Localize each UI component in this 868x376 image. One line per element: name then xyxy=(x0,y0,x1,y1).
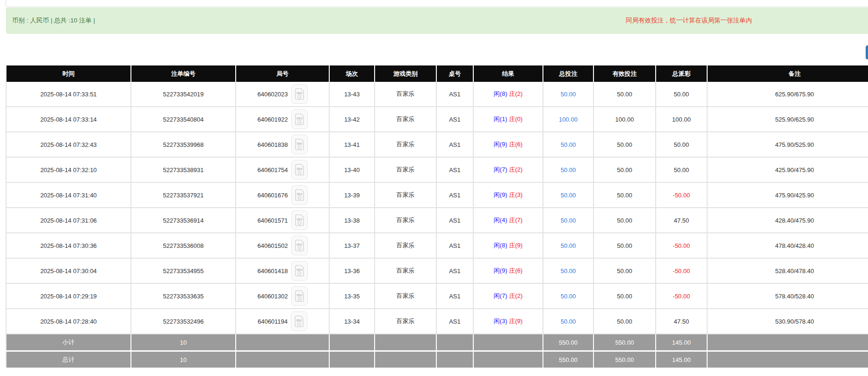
cell-game-type: 百家乐 xyxy=(375,233,436,258)
cell-payout: 50.00 xyxy=(656,132,707,157)
summary-total-bet: 550.00 xyxy=(543,351,593,369)
round-number-text: 640601302 xyxy=(257,293,288,300)
cell-bet-number: 522733536008 xyxy=(131,233,236,258)
video-replay-button[interactable] xyxy=(291,261,308,281)
summary-empty-cell xyxy=(707,334,868,351)
action-button-cutoff[interactable] xyxy=(866,45,868,59)
summary-empty-cell xyxy=(375,351,436,369)
header-result: 结果 xyxy=(473,65,543,82)
cell-round-number: 640601676 xyxy=(236,182,329,208)
video-replay-button[interactable] xyxy=(291,185,308,205)
cell-payout: 47.50 xyxy=(656,309,707,334)
table-row: 2025-08-14 07:32:10 522733538931 6406017… xyxy=(6,157,868,182)
video-replay-icon xyxy=(295,189,304,201)
header-game-type: 游戏类别 xyxy=(375,65,436,82)
video-replay-button[interactable] xyxy=(291,135,308,154)
total-bet-link[interactable]: 50.00 xyxy=(561,318,576,325)
cell-round-number: 640601838 xyxy=(236,132,329,157)
video-replay-icon xyxy=(295,138,304,151)
result-banker: 庄(9) xyxy=(509,318,523,325)
summary-empty-cell xyxy=(436,351,473,369)
cell-total-bet: 50.00 xyxy=(543,82,593,107)
summary-subtotal-row: 小计10550.00550.00145.00 xyxy=(6,334,868,351)
cell-game-type: 百家乐 xyxy=(375,157,436,182)
total-bet-link[interactable]: 50.00 xyxy=(561,192,576,199)
cell-time: 2025-08-14 07:33:14 xyxy=(6,107,131,132)
video-replay-button[interactable] xyxy=(291,160,308,180)
cell-round-number: 640601194 xyxy=(236,309,329,334)
total-bet-link[interactable]: 50.00 xyxy=(561,166,576,174)
video-replay-button[interactable] xyxy=(291,311,307,331)
total-bet-link[interactable]: 100.00 xyxy=(559,116,578,123)
cell-session: 13-35 xyxy=(329,283,375,309)
result-banker: 庄(0) xyxy=(509,116,523,123)
summary-total-bet: 550.00 xyxy=(543,334,593,351)
cell-session: 13-42 xyxy=(329,107,375,132)
cell-time: 2025-08-14 07:30:36 xyxy=(6,233,131,258)
round-number-text: 640601502 xyxy=(257,242,288,249)
result-player: 闲(9) xyxy=(494,267,507,274)
result-player: 闲(1) xyxy=(494,116,507,123)
summary-count: 10 xyxy=(131,334,236,351)
cell-valid-bet: 50.00 xyxy=(593,157,656,182)
summary-empty-cell xyxy=(329,334,375,351)
cell-valid-bet: 100.00 xyxy=(593,107,656,132)
cell-session: 13-36 xyxy=(329,258,375,283)
cell-game-type: 百家乐 xyxy=(375,107,436,132)
table-row: 2025-08-14 07:31:06 522733536914 6406015… xyxy=(6,208,868,233)
summary-count: 10 xyxy=(131,351,236,369)
cell-game-type: 百家乐 xyxy=(375,182,436,208)
cell-result: 闲(9)庄(6) xyxy=(473,132,543,157)
total-bet-link[interactable]: 50.00 xyxy=(561,91,576,98)
cell-valid-bet: 50.00 xyxy=(593,82,656,107)
cell-time: 2025-08-14 07:31:40 xyxy=(6,182,131,208)
cell-remark: 530.90/578.40 xyxy=(707,309,868,334)
cell-payout: -50.00 xyxy=(656,182,707,208)
total-bet-link[interactable]: 50.00 xyxy=(561,141,576,148)
summary-empty-cell xyxy=(236,334,329,351)
summary-empty-cell xyxy=(329,351,375,369)
total-bet-link[interactable]: 50.00 xyxy=(561,268,576,275)
cell-remark: 428.40/475.90 xyxy=(707,208,868,233)
header-valid-bet: 有效投注 xyxy=(593,65,656,82)
cell-table-number: AS1 xyxy=(436,258,473,283)
total-bet-link[interactable]: 50.00 xyxy=(561,293,576,300)
cell-game-type: 百家乐 xyxy=(375,258,436,283)
cell-round-number: 640601922 xyxy=(236,107,329,132)
summary-empty-cell xyxy=(436,334,473,351)
cell-round-number: 640601502 xyxy=(236,233,329,258)
video-replay-button[interactable] xyxy=(291,286,308,306)
cell-game-type: 百家乐 xyxy=(375,309,436,334)
summary-payout: 145.00 xyxy=(656,334,707,351)
video-replay-button[interactable] xyxy=(291,109,308,129)
summary-empty-cell xyxy=(236,351,329,369)
summary-valid-bet: 550.00 xyxy=(593,351,656,369)
video-replay-button[interactable] xyxy=(291,236,308,255)
header-table-number: 桌号 xyxy=(436,65,473,82)
cell-result: 闲(8)庄(2) xyxy=(473,82,543,107)
video-replay-icon xyxy=(295,113,304,125)
bet-records-table: 时间注单编号局号场次游戏类别桌号结果总投注有效投注总派彩备注 2025-08-1… xyxy=(6,65,868,369)
round-number-text: 640601754 xyxy=(257,166,288,174)
cell-total-bet: 50.00 xyxy=(543,182,593,208)
cell-table-number: AS1 xyxy=(436,107,473,132)
header-bet-number: 注单编号 xyxy=(131,65,236,82)
result-player: 闲(7) xyxy=(494,166,507,173)
total-bet-link[interactable]: 50.00 xyxy=(561,242,576,249)
result-banker: 庄(9) xyxy=(509,242,523,249)
round-number-text: 640601922 xyxy=(257,116,288,123)
total-bet-link[interactable]: 50.00 xyxy=(561,217,576,224)
cell-payout: -50.00 xyxy=(656,283,707,309)
result-player: 闲(4) xyxy=(494,217,507,224)
video-replay-button[interactable] xyxy=(291,210,308,230)
currency-summary-bar: 币别 : 人民币 | 总共 :10 注单 | 同局有效投注，统一计算在该局第一张… xyxy=(6,7,868,34)
cell-table-number: AS1 xyxy=(436,132,473,157)
header-remark: 备注 xyxy=(707,65,868,82)
table-row: 2025-08-14 07:32:43 522733539968 6406018… xyxy=(6,132,868,157)
cell-valid-bet: 50.00 xyxy=(593,258,656,283)
cell-table-number: AS1 xyxy=(436,82,473,107)
round-number-text: 640601676 xyxy=(257,192,288,199)
video-replay-button[interactable] xyxy=(291,84,308,104)
cell-payout: 50.00 xyxy=(656,157,707,182)
summary-payout: 145.00 xyxy=(656,351,707,369)
